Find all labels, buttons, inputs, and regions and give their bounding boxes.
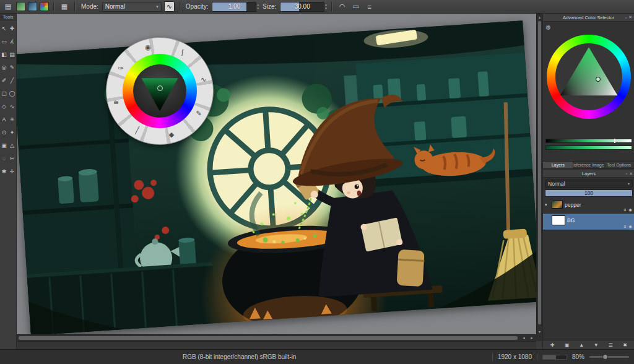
rect-select-tool[interactable]: ▣ (0, 139, 8, 152)
docker-tab[interactable]: Tool Options (604, 162, 634, 168)
brush-preset-thumbnail[interactable]: ∫ (181, 48, 183, 56)
gradient-chooser-button[interactable] (16, 2, 25, 11)
size-slider[interactable]: 30.00 (280, 2, 324, 12)
color-selector-settings-icon[interactable]: ⚙ (545, 24, 551, 31)
scroll-left-icon[interactable]: ◂ (520, 335, 528, 341)
brush-preset-thumbnail[interactable]: ✑ (118, 64, 123, 72)
layer-opacity-slider[interactable]: 100 (545, 189, 633, 197)
size-spin-arrows[interactable]: ▴ ▾ (325, 3, 327, 10)
visibility-eye-icon[interactable]: ◉ (628, 207, 632, 212)
float-docker-icon[interactable]: ▫ (625, 15, 627, 20)
docker-tab[interactable]: Reference Images (573, 162, 604, 168)
pen-tool[interactable]: ✎ (8, 61, 16, 74)
zoom-slider-handle[interactable] (602, 354, 608, 360)
layer-properties-button[interactable]: ☰ (606, 342, 615, 348)
curve-option-icon[interactable]: ◠ (337, 1, 348, 12)
layers-docker-header[interactable]: Layers ▫ ✕ (543, 170, 634, 178)
sv-triangle[interactable] (555, 43, 622, 110)
blending-option-icon[interactable]: ▭ (350, 1, 362, 12)
main-toolbar: ▤ ▦ Mode: Normal ▾ ∿ Opacity: 1.00 ▴ ▾ S… (0, 0, 634, 14)
assistants-tool[interactable]: ✦ (8, 126, 16, 139)
layer-blend-mode-combo[interactable]: Normal ▾ (545, 180, 633, 188)
move-layer-up-button[interactable]: ▲ (576, 342, 586, 348)
size-value: 30.00 (295, 3, 310, 10)
layers-docker-title: Layers (582, 171, 596, 176)
app-menu-icon[interactable]: ▤ (2, 1, 14, 12)
layer-row-bg[interactable]: BG α ◉ (543, 214, 634, 230)
crop-tool[interactable]: ▭ (0, 35, 8, 48)
layer-thumbnail (552, 201, 563, 209)
spin-down-icon[interactable]: ▾ (257, 7, 259, 10)
vertical-scrollbar-thumb[interactable] (538, 21, 541, 324)
horizontal-scrollbar-thumb[interactable] (19, 336, 518, 340)
brush-preset-thumbnail[interactable]: ∿ (201, 76, 206, 84)
gradient-tool[interactable]: ▤ (8, 48, 16, 61)
float-docker-icon[interactable]: ▫ (626, 171, 627, 176)
color-picker-tool[interactable]: ◎ (0, 61, 8, 74)
popup-palette[interactable]: ∿✎◆╱≋✑◉∫ (106, 37, 214, 145)
opacity-slider[interactable]: 1.00 (212, 2, 256, 12)
alpha-lock-icon[interactable]: α (624, 207, 627, 212)
ellipse-tool[interactable]: ◯ (8, 87, 16, 100)
alpha-lock-icon[interactable]: α (624, 224, 627, 229)
scroll-down-icon[interactable]: ▾ (537, 328, 542, 334)
line-tool[interactable]: ╱ (8, 74, 16, 87)
brush-preset-thumbnail[interactable]: ◉ (145, 43, 151, 51)
blend-mode-combo[interactable]: Normal ▾ (102, 2, 162, 12)
opacity-spin-arrows[interactable]: ▴ ▾ (257, 3, 259, 10)
scroll-up-icon[interactable]: ▴ (537, 14, 542, 20)
move-layer-down-button[interactable]: ▼ (591, 342, 601, 348)
freehand-select-tool[interactable]: ✂ (8, 152, 16, 165)
visibility-eye-icon[interactable]: ◉ (628, 224, 632, 229)
sv-triangle[interactable] (137, 68, 183, 114)
close-docker-icon[interactable]: ✕ (629, 171, 633, 176)
krita-window: ▤ ▦ Mode: Normal ▾ ∿ Opacity: 1.00 ▴ ▾ S… (0, 0, 634, 364)
value-gradient-strip[interactable] (545, 139, 632, 143)
group-expander-icon[interactable]: ▾ (545, 202, 550, 207)
add-layer-button[interactable]: ✚ (547, 342, 557, 348)
scroll-right-icon[interactable]: ▸ (528, 335, 536, 341)
zoom-slider[interactable] (589, 356, 629, 358)
move-tool[interactable]: ✚ (8, 22, 16, 35)
pattern-chooser-button[interactable] (28, 2, 37, 11)
text-tool[interactable]: A (0, 113, 8, 126)
memory-usage-bar (542, 355, 567, 360)
color-wheel[interactable] (547, 35, 631, 119)
transform-tool[interactable]: ↖ (0, 22, 8, 35)
color-chooser-button[interactable] (40, 2, 49, 11)
saturation-gradient-strip[interactable] (545, 145, 632, 150)
freehand-brush-tool[interactable]: ✐ (0, 74, 8, 87)
multibrush-tool[interactable]: ✳ (8, 113, 16, 126)
canvas-viewport[interactable]: ∿✎◆╱≋✑◉∫ (17, 14, 536, 334)
toolbox-title: Tools (0, 14, 16, 20)
color-triangle-area[interactable] (133, 64, 186, 118)
brush-preset-thumbnail[interactable]: ✎ (196, 110, 202, 118)
close-docker-icon[interactable]: ✕ (628, 15, 632, 20)
layer-row-pepper[interactable]: ▾ pepper α ◉ (543, 199, 634, 214)
brush-preset-thumbnail[interactable]: ╱ (135, 126, 139, 134)
delete-layer-button[interactable]: ✖ (620, 342, 630, 348)
canvas-document[interactable] (17, 20, 536, 334)
color-selector-docker-header[interactable]: Advanced Color Selector ▫ ✕ (543, 14, 634, 22)
zoom-level-value: 80% (572, 353, 584, 360)
brush-preset-thumbnail[interactable]: ≋ (113, 98, 119, 106)
brush-preset-button[interactable]: ∿ (164, 1, 175, 12)
similar-select-tool[interactable]: ✱ (0, 165, 8, 178)
zoom-tool[interactable]: ⊙ (0, 126, 8, 139)
poly-select-tool[interactable]: △ (8, 139, 16, 152)
ellipse-select-tool[interactable]: ◌ (0, 152, 8, 165)
measure-tool[interactable]: ∡ (8, 35, 16, 48)
polygon-tool[interactable]: ◇ (0, 100, 8, 113)
pan-tool[interactable]: ✛ (8, 165, 16, 178)
brush-preset-thumbnail[interactable]: ◆ (169, 131, 174, 139)
horizontal-scrollbar[interactable]: ◂ ▸ (17, 334, 536, 341)
spin-down-icon[interactable]: ▾ (325, 7, 327, 10)
docker-tab[interactable]: Layers (543, 162, 573, 168)
polyline-tool[interactable]: ∿ (8, 100, 16, 113)
vertical-scrollbar[interactable]: ▴ ▾ (536, 14, 542, 334)
duplicate-layer-button[interactable]: ▣ (562, 342, 572, 348)
fill-tool[interactable]: ◧ (0, 48, 8, 61)
more-options-icon[interactable]: ≡ (364, 1, 375, 12)
rectangle-tool[interactable]: ▢ (0, 87, 8, 100)
grid-toggle-icon[interactable]: ▦ (59, 1, 70, 12)
